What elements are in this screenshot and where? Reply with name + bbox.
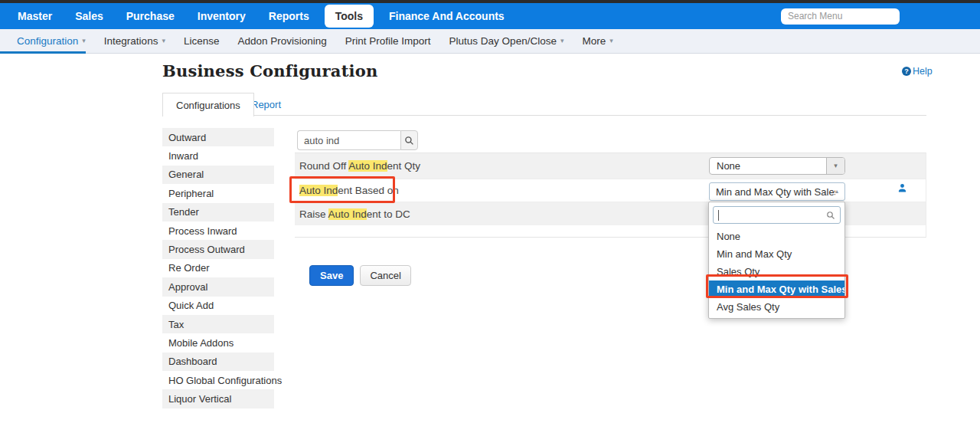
subnav-item-addon-provisioning[interactable]: Addon Provisioning xyxy=(228,35,335,47)
sidebar-item-re-order[interactable]: Re Order xyxy=(162,259,274,277)
sidebar-item-mobile-addons[interactable]: Mobile Addons xyxy=(162,333,274,352)
form-actions: Save Cancel xyxy=(309,265,411,286)
sidebar-item-process-inward[interactable]: Process Inward xyxy=(162,221,274,240)
subnav-item-license[interactable]: License xyxy=(175,35,229,47)
topnav-item-purchase[interactable]: Purchase xyxy=(119,5,182,27)
help-circle-icon: ? xyxy=(902,67,911,76)
config-search-input[interactable] xyxy=(297,130,400,150)
magnifier-icon xyxy=(826,211,835,220)
auto-indent-based-on-select[interactable]: Min and Max Qty with Sales ... ▴ xyxy=(709,182,845,201)
topnav-item-master[interactable]: Master xyxy=(10,5,60,27)
subnav-label: Configuration xyxy=(17,35,78,47)
text-cursor xyxy=(718,210,719,221)
select-arrow-segment[interactable]: ▾ xyxy=(826,158,844,174)
sidebar-item-quick-add[interactable]: Quick Add xyxy=(162,297,274,315)
subnav-item-print-profile-import[interactable]: Print Profile Import xyxy=(336,35,440,47)
active-tab-underline xyxy=(0,51,86,54)
chevron-up-icon: ▴ xyxy=(835,189,838,195)
config-search xyxy=(297,130,418,150)
topnav-item-inventory[interactable]: Inventory xyxy=(190,5,253,27)
help-label: Help xyxy=(913,66,933,77)
sidebar-item-process-outward[interactable]: Process Outward xyxy=(162,240,274,258)
sidebar-item-outward[interactable]: Outward xyxy=(162,128,274,146)
sub-navbar: Configuration ▾ Integrations ▾ License A… xyxy=(0,29,980,54)
sidebar-item-ho-global-configurations[interactable]: HO Global Configurations xyxy=(162,371,274,389)
dropdown-search-box[interactable] xyxy=(713,206,841,224)
sidebar-item-tax[interactable]: Tax xyxy=(162,315,274,333)
magnifier-icon xyxy=(404,136,414,146)
subnav-label: Integrations xyxy=(104,35,158,47)
round-off-auto-indent-qty-select[interactable]: None ▾ xyxy=(709,157,845,175)
config-row-round-off-auto-indent-qty: Round Off Auto Indent Qty None ▾ xyxy=(295,153,926,179)
topnav-item-reports[interactable]: Reports xyxy=(261,5,317,27)
topnav-item-sales[interactable]: Sales xyxy=(67,5,111,27)
subnav-item-configuration[interactable]: Configuration ▾ xyxy=(8,35,95,47)
sidebar-item-liquor-vertical[interactable]: Liquor Vertical xyxy=(162,389,274,408)
sidebar-item-dashboard[interactable]: Dashboard xyxy=(162,353,274,371)
sidebar-item-approval[interactable]: Approval xyxy=(162,277,274,296)
save-button[interactable]: Save xyxy=(309,265,354,286)
label-text: ent Qty xyxy=(387,160,421,172)
chevron-down-icon: ▾ xyxy=(82,38,86,44)
sidebar-item-general[interactable]: General xyxy=(162,166,274,184)
cancel-button[interactable]: Cancel xyxy=(360,265,410,286)
sidebar-item-tender[interactable]: Tender xyxy=(162,203,274,221)
topnav-item-finance-and-accounts[interactable]: Finance And Accounts xyxy=(381,5,512,27)
subnav-label: License xyxy=(184,35,220,47)
label-text: ent Based on xyxy=(338,185,399,196)
label-text: Raise xyxy=(299,208,328,220)
subnav-label: More xyxy=(582,35,606,47)
chevron-down-icon: ▾ xyxy=(162,38,165,44)
dropdown-option-sales-qty[interactable]: Sales Qty xyxy=(709,263,844,280)
config-row-label: Auto Indent Based on xyxy=(295,185,399,196)
topnav-item-tools[interactable]: Tools xyxy=(325,5,374,28)
app-window: Master Sales Purchase Inventory Reports … xyxy=(0,0,980,433)
dropdown-option-min-and-max-qty-with-sales-info[interactable]: Min and Max Qty with Sales Info xyxy=(709,280,844,298)
select-value: Min and Max Qty with Sales ... xyxy=(716,186,835,198)
dropdown-option-min-and-max-qty[interactable]: Min and Max Qty xyxy=(709,245,844,263)
chevron-down-icon: ▾ xyxy=(834,162,838,169)
search-button[interactable] xyxy=(400,130,418,150)
sidebar-item-peripheral[interactable]: Peripheral xyxy=(162,184,274,202)
search-highlight: Auto Ind xyxy=(299,185,338,196)
top-navbar: Master Sales Purchase Inventory Reports … xyxy=(0,3,980,29)
label-text: Round Off xyxy=(299,160,348,172)
person-icon[interactable] xyxy=(897,183,907,193)
help-link[interactable]: ? Help xyxy=(902,66,933,77)
menu-search-input[interactable] xyxy=(781,8,900,25)
sidebar-item-inward[interactable]: Inward xyxy=(162,146,274,165)
subnav-item-more[interactable]: More ▾ xyxy=(573,35,622,47)
config-row-label: Raise Auto Indent to DC xyxy=(295,208,410,220)
subnav-item-plutus-day-open-close[interactable]: Plutus Day Open/Close ▾ xyxy=(440,35,573,47)
auto-indent-dropdown-panel: None Min and Max Qty Sales Qty Min and M… xyxy=(708,202,845,319)
subnav-label: Plutus Day Open/Close xyxy=(449,35,557,47)
page-title: Business Configuration xyxy=(162,61,377,80)
search-highlight: Auto Ind xyxy=(328,208,367,220)
dropdown-option-none[interactable]: None xyxy=(709,228,844,245)
chevron-down-icon: ▾ xyxy=(560,38,564,44)
search-highlight: Auto Ind xyxy=(348,160,387,172)
subnav-item-integrations[interactable]: Integrations ▾ xyxy=(95,35,175,47)
dropdown-option-avg-sales-qty[interactable]: Avg Sales Qty xyxy=(709,298,844,316)
subnav-label: Print Profile Import xyxy=(345,35,431,47)
config-row-auto-indent-based-on: Auto Indent Based on Min and Max Qty wit… xyxy=(295,179,926,202)
config-row-label: Round Off Auto Indent Qty xyxy=(295,160,420,172)
chevron-down-icon: ▾ xyxy=(609,38,613,44)
tab-configurations[interactable]: Configurations xyxy=(162,93,254,116)
select-value: None xyxy=(710,158,826,174)
label-text: ent to DC xyxy=(367,208,410,220)
subnav-label: Addon Provisioning xyxy=(237,35,326,47)
config-category-list: Outward Inward General Peripheral Tender… xyxy=(162,128,274,408)
